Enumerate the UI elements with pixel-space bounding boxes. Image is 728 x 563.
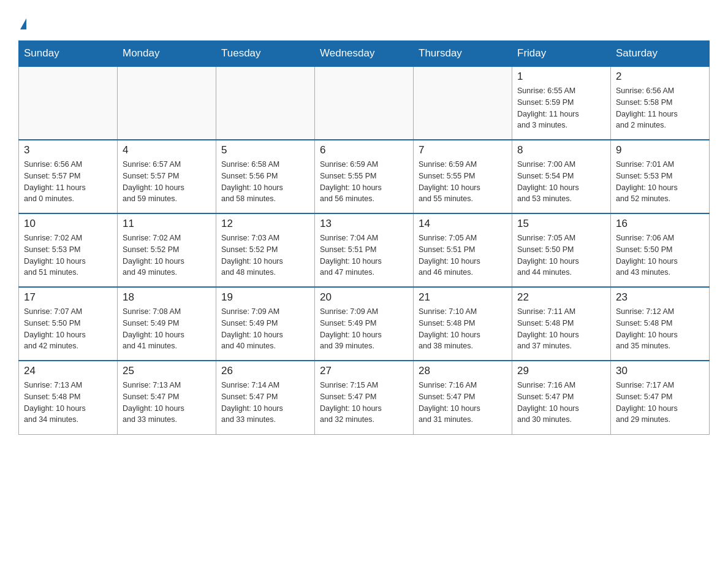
day-info: Sunrise: 7:14 AM Sunset: 5:47 PM Dayligh… [221,380,309,426]
day-info: Sunrise: 7:11 AM Sunset: 5:48 PM Dayligh… [517,306,605,352]
day-number: 9 [616,144,704,156]
day-info: Sunrise: 7:08 AM Sunset: 5:49 PM Dayligh… [123,306,211,352]
calendar-cell [216,66,315,140]
calendar-cell: 20Sunrise: 7:09 AM Sunset: 5:49 PM Dayli… [315,287,414,361]
calendar-cell: 17Sunrise: 7:07 AM Sunset: 5:50 PM Dayli… [19,287,118,361]
calendar-cell: 16Sunrise: 7:06 AM Sunset: 5:50 PM Dayli… [611,213,710,287]
calendar-cell: 21Sunrise: 7:10 AM Sunset: 5:48 PM Dayli… [414,287,512,361]
day-info: Sunrise: 7:16 AM Sunset: 5:47 PM Dayligh… [419,380,507,426]
day-number: 11 [123,218,211,230]
day-number: 29 [517,365,605,377]
calendar-cell: 1Sunrise: 6:55 AM Sunset: 5:59 PM Daylig… [512,66,611,140]
day-of-week-header: Monday [118,41,216,67]
calendar-table: SundayMondayTuesdayWednesdayThursdayFrid… [18,40,710,435]
calendar-cell: 24Sunrise: 7:13 AM Sunset: 5:48 PM Dayli… [19,361,118,434]
calendar-cell: 14Sunrise: 7:05 AM Sunset: 5:51 PM Dayli… [414,213,512,287]
calendar-cell: 10Sunrise: 7:02 AM Sunset: 5:53 PM Dayli… [19,213,118,287]
day-of-week-header: Friday [512,41,611,67]
day-info: Sunrise: 6:58 AM Sunset: 5:56 PM Dayligh… [221,159,309,205]
day-number: 28 [419,365,507,377]
calendar-cell: 5Sunrise: 6:58 AM Sunset: 5:56 PM Daylig… [216,140,315,213]
calendar-cell: 11Sunrise: 7:02 AM Sunset: 5:52 PM Dayli… [118,213,216,287]
day-info: Sunrise: 7:02 AM Sunset: 5:52 PM Dayligh… [123,232,211,278]
day-number: 5 [221,144,309,156]
day-number: 23 [616,291,704,304]
day-of-week-header: Tuesday [216,41,315,67]
calendar-cell: 28Sunrise: 7:16 AM Sunset: 5:47 PM Dayli… [414,361,512,434]
day-of-week-header: Sunday [19,41,118,67]
calendar-cell [19,66,118,140]
calendar-cell: 29Sunrise: 7:16 AM Sunset: 5:47 PM Dayli… [512,361,611,434]
day-number: 8 [517,144,605,156]
calendar-cell: 8Sunrise: 7:00 AM Sunset: 5:54 PM Daylig… [512,140,611,213]
calendar-cell: 9Sunrise: 7:01 AM Sunset: 5:53 PM Daylig… [611,140,710,213]
day-info: Sunrise: 6:56 AM Sunset: 5:58 PM Dayligh… [616,85,704,131]
logo [18,12,26,28]
day-info: Sunrise: 7:16 AM Sunset: 5:47 PM Dayligh… [517,380,605,426]
calendar-cell: 4Sunrise: 6:57 AM Sunset: 5:57 PM Daylig… [118,140,216,213]
day-number: 3 [24,144,112,156]
day-number: 6 [320,144,408,156]
day-info: Sunrise: 7:13 AM Sunset: 5:47 PM Dayligh… [123,380,211,426]
day-info: Sunrise: 7:00 AM Sunset: 5:54 PM Dayligh… [517,159,605,205]
day-of-week-header: Wednesday [315,41,414,67]
day-number: 22 [517,291,605,304]
day-info: Sunrise: 7:01 AM Sunset: 5:53 PM Dayligh… [616,159,704,205]
day-info: Sunrise: 7:10 AM Sunset: 5:48 PM Dayligh… [419,306,507,352]
page-header [18,12,710,28]
day-number: 20 [320,291,408,304]
day-info: Sunrise: 7:12 AM Sunset: 5:48 PM Dayligh… [616,306,704,352]
day-info: Sunrise: 6:57 AM Sunset: 5:57 PM Dayligh… [123,159,211,205]
day-info: Sunrise: 7:13 AM Sunset: 5:48 PM Dayligh… [24,380,112,426]
day-number: 2 [616,71,704,83]
day-info: Sunrise: 6:59 AM Sunset: 5:55 PM Dayligh… [320,159,408,205]
day-number: 26 [221,365,309,377]
calendar-cell: 13Sunrise: 7:04 AM Sunset: 5:51 PM Dayli… [315,213,414,287]
day-number: 12 [221,218,309,230]
day-number: 15 [517,218,605,230]
day-number: 27 [320,365,408,377]
calendar-cell [315,66,414,140]
week-row: 24Sunrise: 7:13 AM Sunset: 5:48 PM Dayli… [19,361,710,434]
day-number: 16 [616,218,704,230]
calendar-cell: 22Sunrise: 7:11 AM Sunset: 5:48 PM Dayli… [512,287,611,361]
day-info: Sunrise: 7:05 AM Sunset: 5:51 PM Dayligh… [419,232,507,278]
week-row: 17Sunrise: 7:07 AM Sunset: 5:50 PM Dayli… [19,287,710,361]
day-info: Sunrise: 7:06 AM Sunset: 5:50 PM Dayligh… [616,232,704,278]
day-number: 13 [320,218,408,230]
day-number: 21 [419,291,507,304]
week-row: 1Sunrise: 6:55 AM Sunset: 5:59 PM Daylig… [19,66,710,140]
day-info: Sunrise: 7:15 AM Sunset: 5:47 PM Dayligh… [320,380,408,426]
day-number: 10 [24,218,112,230]
day-info: Sunrise: 7:17 AM Sunset: 5:47 PM Dayligh… [616,380,704,426]
day-number: 14 [419,218,507,230]
week-row: 3Sunrise: 6:56 AM Sunset: 5:57 PM Daylig… [19,140,710,213]
calendar-cell: 2Sunrise: 6:56 AM Sunset: 5:58 PM Daylig… [611,66,710,140]
calendar-cell: 12Sunrise: 7:03 AM Sunset: 5:52 PM Dayli… [216,213,315,287]
day-info: Sunrise: 7:02 AM Sunset: 5:53 PM Dayligh… [24,232,112,278]
day-number: 19 [221,291,309,304]
day-of-week-header: Saturday [611,41,710,67]
day-number: 7 [419,144,507,156]
calendar-cell: 27Sunrise: 7:15 AM Sunset: 5:47 PM Dayli… [315,361,414,434]
day-number: 4 [123,144,211,156]
calendar-cell: 6Sunrise: 6:59 AM Sunset: 5:55 PM Daylig… [315,140,414,213]
calendar-cell: 23Sunrise: 7:12 AM Sunset: 5:48 PM Dayli… [611,287,710,361]
logo-triangle-icon [20,18,26,29]
day-info: Sunrise: 7:03 AM Sunset: 5:52 PM Dayligh… [221,232,309,278]
day-number: 1 [517,71,605,83]
calendar-cell: 3Sunrise: 6:56 AM Sunset: 5:57 PM Daylig… [19,140,118,213]
calendar-cell: 30Sunrise: 7:17 AM Sunset: 5:47 PM Dayli… [611,361,710,434]
day-info: Sunrise: 7:07 AM Sunset: 5:50 PM Dayligh… [24,306,112,352]
day-number: 30 [616,365,704,377]
calendar-cell: 26Sunrise: 7:14 AM Sunset: 5:47 PM Dayli… [216,361,315,434]
day-info: Sunrise: 7:04 AM Sunset: 5:51 PM Dayligh… [320,232,408,278]
day-info: Sunrise: 6:56 AM Sunset: 5:57 PM Dayligh… [24,159,112,205]
calendar-cell [414,66,512,140]
day-number: 18 [123,291,211,304]
calendar-cell: 15Sunrise: 7:05 AM Sunset: 5:50 PM Dayli… [512,213,611,287]
day-number: 17 [24,291,112,304]
calendar-cell: 19Sunrise: 7:09 AM Sunset: 5:49 PM Dayli… [216,287,315,361]
calendar-header-row: SundayMondayTuesdayWednesdayThursdayFrid… [19,41,710,67]
week-row: 10Sunrise: 7:02 AM Sunset: 5:53 PM Dayli… [19,213,710,287]
